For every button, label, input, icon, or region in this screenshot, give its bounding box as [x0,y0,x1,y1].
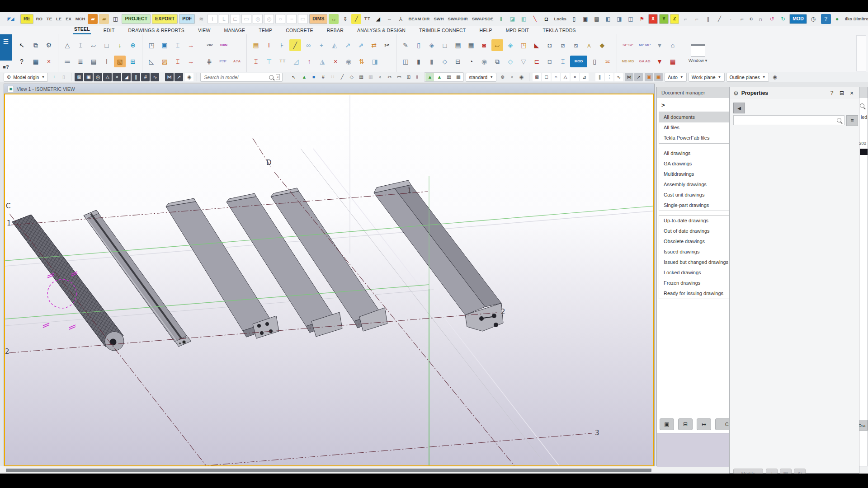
properties-menu-button[interactable]: ≡ [846,115,858,126]
plane-a-icon[interactable]: ⧄ [557,39,569,51]
dm-filter-item[interactable]: Multidrawings [659,169,730,179]
window-new-icon[interactable]: ⧉ [491,56,503,67]
side-list-icon[interactable]: ⊟ [452,56,464,67]
organizer-icon[interactable]: ▦ [30,56,42,67]
dims-macro-button[interactable]: DIMS [309,14,327,24]
renumber-parts-icon[interactable]: P?P [217,56,229,67]
outline-planes-dropdown[interactable]: Outline planes▼ [726,73,769,82]
h-section-icon[interactable]: ⋕ [203,56,215,67]
select-points-toggle[interactable]: ∷ [328,73,337,81]
select-view-toggle[interactable]: ▭ [395,73,403,81]
snap2-points-toggle[interactable]: ⊠ [533,73,541,81]
add-origin-button[interactable]: + [50,73,58,81]
parallel-icon[interactable]: ∥ [703,14,713,24]
adjust-beam-icon[interactable]: ⇅ [356,56,368,67]
red-beam-icon[interactable]: ⌶ [172,56,184,67]
user-name-label[interactable]: Ilko Dimitrov [844,14,868,23]
snap2-parallel-toggle[interactable]: ∥ [595,73,604,81]
select-object-toggle[interactable]: ▲ [435,73,443,81]
view-settings-icon[interactable]: ⚙ [43,39,55,51]
context-help-icon[interactable]: ■? [3,64,9,70]
open-folder-icon[interactable]: ▰ [88,14,98,24]
camera-icon[interactable]: ◉ [343,56,354,67]
tab-help[interactable]: HELP [478,27,493,34]
snap-center-toggle[interactable]: ◎ [94,73,102,81]
cube-b-icon[interactable]: ◨ [614,14,624,24]
snap2-divide-toggle[interactable]: ⋮ [605,73,613,81]
selection-filter-dropdown[interactable]: standard▼ [466,73,496,82]
workplane-2-icon[interactable]: ◘ [544,56,556,67]
redo-icon[interactable]: ↻ [778,14,788,24]
ribbon-overflow-strip[interactable] [856,35,866,71]
dm-filter-item[interactable]: All documents [659,112,730,122]
folder-view-icon[interactable]: ▱ [491,39,503,51]
snap2-any-toggle[interactable]: ↗ [634,73,643,81]
profile-c-icon[interactable]: ⊏ [230,14,240,24]
select-all-toggle[interactable]: ▲ [300,73,308,81]
search-scope-icon[interactable]: ⌕ [276,74,280,80]
snap-grid-toggle[interactable]: # [141,73,150,81]
polyline-icon[interactable]: ⌐ [737,14,747,24]
components-catalog-icon[interactable]: ⧉ [30,39,42,51]
snap-corner-2-icon[interactable]: ⌐ [692,14,702,24]
move-icon[interactable]: + [316,39,327,51]
tab-view[interactable]: VIEW [197,27,212,34]
re-macro-button[interactable]: RE [20,14,33,24]
tab-manage[interactable]: MANAGE [223,27,246,34]
ga-filter-label[interactable]: GA AD [637,56,652,67]
delete-origin-button[interactable]: ▯ [59,73,68,81]
dm-print-button[interactable]: ⊟ [678,418,693,430]
dm-filter-item[interactable]: Tekla PowerFab files [659,133,730,143]
pillar-2-icon[interactable]: ▮ [426,56,438,67]
snap-endpoint-toggle[interactable]: ▣ [84,73,93,81]
snap2-nearest-toggle[interactable]: ⋈ [625,73,633,81]
level-icon[interactable]: ⊦ [276,39,288,51]
model-origin-dropdown[interactable]: ⊕ Model origin▼ [4,73,48,82]
snap2-cross-toggle[interactable]: × [571,73,579,81]
cube-c-icon[interactable]: ◫ [626,14,636,24]
inquire-icon[interactable]: ? [15,56,28,67]
dm-filter-item[interactable]: Cast unit drawings [659,190,730,200]
clip-plane-icon[interactable]: ◳ [518,39,529,51]
layers-color-icon[interactable]: ▤ [250,39,262,51]
snap-intersection-toggle[interactable]: × [113,73,121,81]
arc-icon[interactable]: ⌢ [384,14,394,24]
folder-icon[interactable]: ▰ [99,14,109,24]
snap2-perp-toggle[interactable]: ⊿ [580,73,589,81]
dm-filter-item[interactable]: Frozen drawings [659,278,730,288]
clipboard-icon[interactable]: ▤ [592,14,602,24]
snapshot-icon[interactable]: ◫ [400,56,411,67]
flag-red-icon[interactable]: ⚑ [637,14,647,24]
link-icon[interactable]: ∞ [302,39,314,51]
dm-selected-row-clipped[interactable] [860,149,868,155]
tab-analysis-design[interactable]: ANALYSIS & DESIGN [356,27,406,34]
undo-icon[interactable]: ↺ [767,14,777,24]
export-remove-icon[interactable]: → [185,56,197,67]
select-grid2-toggle[interactable]: ⊞ [404,73,413,81]
tab-concrete[interactable]: CONCRETE [285,27,314,34]
person-small-icon[interactable]: ⅄ [396,14,406,24]
snap-any-toggle[interactable]: ↗ [175,73,183,81]
profile-ring-icon[interactable]: ◎ [264,14,274,24]
snap2-curve-toggle[interactable]: ∿ [614,73,623,81]
save-icon[interactable]: ◫ [110,14,120,24]
dm-filter-item[interactable]: Issued drawings [659,247,730,257]
dm-drawing-button-clipped[interactable]: Dra [858,420,868,431]
plane-icon[interactable]: ‖ [496,14,506,24]
clock-x-icon[interactable]: ◔ [465,56,477,67]
select-component-toggle[interactable]: ▦ [444,73,453,81]
red-line-icon[interactable]: ╲ [530,14,540,24]
md-filter-label[interactable]: MD MD [620,56,636,67]
select-grid-toggle[interactable]: # [319,73,327,81]
drag-cursor-icon[interactable]: ⌖ [508,73,516,81]
move-linear-icon[interactable]: ↑ [303,56,315,67]
mch-macro-button[interactable]: MCH [74,14,87,23]
beam-dir-macro-button[interactable]: BEAM DIR [407,14,431,23]
properties-titlebar[interactable]: ⚙ Properties ? ⊟ × [730,87,859,99]
eye-2-icon[interactable]: ◉ [517,73,526,81]
snap2-circle-toggle[interactable]: ○ [552,73,560,81]
component-add-icon[interactable]: ⊞ [127,56,139,67]
cube-render-icon[interactable]: ◇ [439,56,451,67]
tab-trimble-connect[interactable]: TRIMBLE CONNECT [418,27,467,34]
properties-close-icon[interactable]: × [848,89,855,97]
